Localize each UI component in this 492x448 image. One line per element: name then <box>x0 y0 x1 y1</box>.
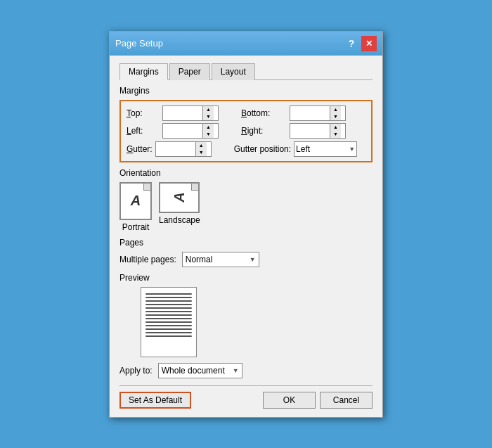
preview-line-10 <box>145 325 192 326</box>
landscape-label: Landscape <box>159 215 200 225</box>
top-spin-up[interactable]: ▲ <box>203 106 214 113</box>
bottom-spin-buttons: ▲ ▼ <box>330 106 341 120</box>
top-label: Top: <box>127 108 160 118</box>
multiple-pages-dropdown[interactable]: Normal ▼ <box>182 252 259 267</box>
top-spin-down[interactable]: ▼ <box>203 113 214 120</box>
preview-line-8 <box>145 318 192 319</box>
right-value[interactable]: 0.5" <box>290 124 330 138</box>
preview-line-6 <box>145 311 192 312</box>
preview-line-12 <box>145 332 192 333</box>
gutter-label: Gutter: <box>127 144 153 154</box>
bottom-spin-down[interactable]: ▼ <box>330 113 341 120</box>
multiple-pages-value: Normal <box>186 255 213 264</box>
bottom-label: Bottom: <box>241 108 287 118</box>
tab-bar: Margins Paper Layout <box>119 63 373 80</box>
gutter-position-value: Left <box>296 144 310 154</box>
margins-grid: Top: .75" ▲ ▼ Bottom: .75" ▲ ▼ <box>127 105 365 139</box>
preview-line-9 <box>145 321 192 323</box>
pages-row: Multiple pages: Normal ▼ <box>119 252 373 267</box>
bottom-spin-up[interactable]: ▲ <box>330 106 341 113</box>
ok-button[interactable]: OK <box>263 392 316 409</box>
portrait-corner <box>143 184 150 191</box>
preview-section: Preview <box>119 273 373 357</box>
preview-box <box>141 287 197 357</box>
multiple-pages-label: Multiple pages: <box>119 255 176 264</box>
page-setup-dialog: Page Setup ? ✕ Margins Paper Layout Marg… <box>109 31 383 418</box>
left-spin-buttons: ▲ ▼ <box>202 124 214 138</box>
right-label: Right: <box>241 126 287 136</box>
pages-section-label: Pages <box>119 238 373 248</box>
gutter-position-label: Gutter position: <box>234 144 291 154</box>
right-spin-down[interactable]: ▼ <box>330 131 341 138</box>
gutter-position-select[interactable]: Left ▼ <box>294 141 357 157</box>
apply-arrow: ▼ <box>233 367 239 374</box>
bottom-value[interactable]: .75" <box>290 106 330 120</box>
preview-line-7 <box>145 314 192 316</box>
left-spin-down[interactable]: ▼ <box>203 131 214 138</box>
portrait-icon: A <box>119 182 152 220</box>
cancel-button[interactable]: Cancel <box>320 392 373 409</box>
orientation-label: Orientation <box>119 168 373 178</box>
orientation-section: Orientation A Portrait A Landscape <box>119 168 373 232</box>
portrait-option[interactable]: A Portrait <box>119 182 152 232</box>
gutter-spin-up[interactable]: ▲ <box>196 142 207 149</box>
landscape-corner <box>191 184 198 191</box>
gutter-position-arrow: ▼ <box>349 146 355 153</box>
ok-cancel-group: OK Cancel <box>263 392 373 409</box>
preview-lines <box>141 288 196 345</box>
right-spin-buttons: ▲ ▼ <box>330 124 341 138</box>
apply-dropdown[interactable]: Whole document ▼ <box>158 363 242 378</box>
left-input[interactable]: 0.5" ▲ ▼ <box>162 123 219 139</box>
apply-label: Apply to: <box>119 366 153 376</box>
preview-line-2 <box>145 297 192 298</box>
left-value[interactable]: 0.5" <box>163 124 202 138</box>
preview-line-5 <box>145 307 192 309</box>
title-bar-buttons: ? ✕ <box>344 36 377 51</box>
apply-value: Whole document <box>162 366 225 376</box>
preview-line-13 <box>145 335 192 337</box>
preview-line-3 <box>145 300 192 302</box>
close-button[interactable]: ✕ <box>361 36 377 51</box>
set-as-default-button[interactable]: Set As Default <box>119 392 191 409</box>
bottom-input[interactable]: .75" ▲ ▼ <box>290 105 346 121</box>
top-input[interactable]: .75" ▲ ▼ <box>162 105 219 121</box>
preview-line-1 <box>145 293 192 295</box>
bottom-buttons: Set As Default OK Cancel <box>119 392 373 409</box>
gutter-value[interactable]: 0" <box>156 142 195 156</box>
top-spin-buttons: ▲ ▼ <box>202 106 214 120</box>
dialog-body: Margins Paper Layout Margins Top: .75" ▲… <box>110 56 382 417</box>
preview-line-11 <box>145 328 192 330</box>
left-spin-up[interactable]: ▲ <box>203 124 214 131</box>
help-button[interactable]: ? <box>344 37 358 51</box>
apply-row: Apply to: Whole document ▼ <box>119 363 373 378</box>
preview-label: Preview <box>119 273 373 283</box>
orientation-options: A Portrait A Landscape <box>119 182 373 232</box>
top-value[interactable]: .75" <box>163 106 202 120</box>
tab-margins[interactable]: Margins <box>119 63 168 80</box>
margins-section-label: Margins <box>119 86 373 96</box>
preview-line-4 <box>145 304 192 305</box>
right-spin-up[interactable]: ▲ <box>330 124 341 131</box>
margins-box: Top: .75" ▲ ▼ Bottom: .75" ▲ ▼ <box>119 100 373 162</box>
landscape-option[interactable]: A Landscape <box>159 182 200 232</box>
divider <box>119 385 373 386</box>
multiple-pages-arrow: ▼ <box>250 256 256 263</box>
gutter-input[interactable]: 0" ▲ ▼ <box>155 141 212 157</box>
left-label: Left: <box>127 126 160 136</box>
gutter-spin-down[interactable]: ▼ <box>196 149 207 156</box>
title-bar: Page Setup ? ✕ <box>110 32 382 56</box>
gutter-row: Gutter: 0" ▲ ▼ Gutter position: Left ▼ <box>127 141 365 157</box>
pages-section: Pages Multiple pages: Normal ▼ <box>119 238 373 267</box>
tab-layout[interactable]: Layout <box>212 63 255 80</box>
tab-paper[interactable]: Paper <box>169 63 210 80</box>
dialog-title: Page Setup <box>115 38 163 49</box>
portrait-label: Portrait <box>122 222 150 232</box>
landscape-icon: A <box>159 182 200 213</box>
gutter-spin-buttons: ▲ ▼ <box>195 142 207 156</box>
right-input[interactable]: 0.5" ▲ ▼ <box>290 123 346 139</box>
